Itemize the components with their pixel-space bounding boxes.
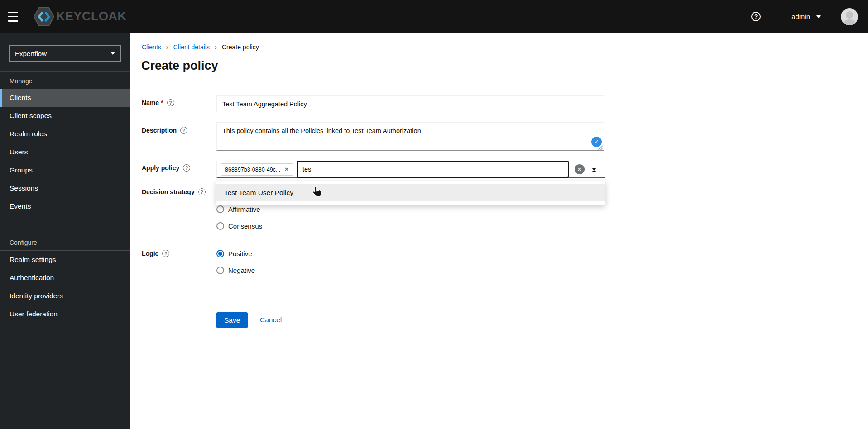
radio-affirmative[interactable]: Affirmative — [216, 205, 260, 213]
apply-policy-multiselect: 868897b3-0880-49c... ✕ tes ✕ — [216, 161, 605, 178]
logic-label-row: Logic ? — [142, 250, 169, 257]
nav-group-configure: Configure Realm settings Authentication … — [0, 234, 130, 323]
sidebar-item-authentication[interactable]: Authentication — [0, 269, 130, 287]
name-label: Name — [142, 99, 159, 106]
apply-policy-label-row: Apply policy ? — [142, 164, 190, 172]
text-cursor — [312, 165, 312, 174]
name-help-icon[interactable]: ? — [167, 99, 174, 106]
sidebar: Expertflow Manage Clients Client scopes … — [0, 33, 130, 429]
chevron-right-icon: › — [215, 43, 217, 51]
policy-chip: 868897b3-0880-49c... ✕ — [221, 163, 293, 176]
breadcrumb-clients[interactable]: Clients — [142, 43, 161, 51]
realm-name: Expertflow — [15, 50, 47, 57]
description-textarea[interactable]: This policy contains all the Policies li… — [216, 122, 604, 151]
nav-group-manage: Manage Clients Client scopes Realm roles… — [0, 72, 130, 215]
keycloak-hexagon-icon — [34, 7, 54, 26]
avatar-body-icon — [843, 19, 856, 25]
decision-strategy-label: Decision strategy — [142, 188, 195, 195]
apply-policy-dropdown-menu: Test Team User Policy — [216, 181, 605, 205]
create-policy-form: Name * ? Test Team Aggregated Policy Des… — [130, 84, 868, 429]
chip-remove-icon[interactable]: ✕ — [284, 167, 288, 172]
name-input[interactable]: Test Team Aggregated Policy — [216, 95, 604, 112]
radio-positive[interactable]: Positive — [216, 250, 252, 257]
sidebar-item-users[interactable]: Users — [0, 143, 130, 161]
chevron-down-icon — [110, 52, 115, 55]
cancel-link[interactable]: Cancel — [260, 316, 282, 324]
sidebar-item-realm-roles[interactable]: Realm roles — [0, 125, 130, 143]
sidebar-item-realm-settings[interactable]: Realm settings — [0, 251, 130, 269]
apply-policy-search-input[interactable]: tes — [297, 161, 569, 178]
page-header: Clients › Client details › Create policy… — [130, 33, 868, 84]
sidebar-item-events[interactable]: Events — [0, 197, 130, 215]
sidebar-nav: Manage Clients Client scopes Realm roles… — [0, 72, 130, 323]
apply-policy-help-icon[interactable]: ? — [183, 164, 190, 172]
breadcrumb-client-details[interactable]: Client details — [173, 43, 210, 51]
keycloak-logo[interactable]: KEYCLOAK — [34, 7, 127, 26]
sidebar-item-sessions[interactable]: Sessions — [0, 179, 130, 197]
radio-negative[interactable]: Negative — [216, 267, 255, 274]
decision-strategy-help-icon[interactable]: ? — [198, 188, 206, 195]
radio-consensus[interactable]: Consensus — [216, 222, 262, 230]
radio-circle-icon[interactable] — [216, 205, 224, 213]
chevron-right-icon: › — [166, 43, 168, 51]
help-icon[interactable]: ? — [751, 12, 761, 21]
sidebar-item-user-federation[interactable]: User federation — [0, 305, 130, 323]
description-help-icon[interactable]: ? — [180, 127, 187, 134]
page-title: Create policy — [141, 59, 218, 73]
name-label-row: Name * ? — [142, 99, 174, 106]
description-label: Description — [142, 127, 177, 134]
username: admin — [791, 13, 810, 20]
mouse-cursor-icon — [312, 186, 322, 198]
chevron-down-icon — [816, 15, 821, 18]
decision-strategy-label-row: Decision strategy ? — [142, 188, 206, 195]
main-content: Clients › Client details › Create policy… — [130, 33, 868, 429]
dropdown-toggle-icon[interactable] — [592, 168, 596, 172]
radio-circle-checked-icon[interactable] — [216, 250, 224, 257]
sidebar-item-client-scopes[interactable]: Client scopes — [0, 107, 130, 125]
nav-group-title: Manage — [0, 77, 130, 89]
logic-label: Logic — [142, 250, 158, 257]
policy-chip-label: 868897b3-0880-49c... — [225, 167, 280, 173]
sidebar-item-groups[interactable]: Groups — [0, 161, 130, 179]
description-label-row: Description ? — [142, 127, 187, 134]
brand-text: KEYCLOAK — [56, 10, 127, 24]
top-bar: KEYCLOAK ? admin — [0, 0, 868, 33]
resize-handle-icon[interactable] — [597, 145, 603, 151]
user-menu[interactable]: admin — [791, 13, 821, 20]
save-button[interactable]: Save — [216, 312, 248, 328]
breadcrumb-current: Create policy — [222, 43, 259, 51]
hamburger-menu-icon[interactable] — [8, 12, 21, 22]
realm-selector-section: Expertflow — [0, 33, 130, 72]
dropdown-option[interactable]: Test Team User Policy — [216, 184, 605, 201]
avatar[interactable] — [841, 8, 858, 25]
radio-circle-icon[interactable] — [216, 267, 224, 274]
typed-text: tes — [302, 166, 311, 173]
apply-policy-label: Apply policy — [142, 164, 179, 172]
nav-group-title: Configure — [0, 239, 130, 251]
breadcrumb: Clients › Client details › Create policy — [142, 43, 259, 51]
clear-selection-icon[interactable]: ✕ — [575, 164, 585, 174]
sidebar-item-clients[interactable]: Clients — [0, 89, 130, 107]
realm-selector[interactable]: Expertflow — [9, 45, 121, 62]
avatar-head-icon — [846, 11, 853, 19]
sidebar-item-identity-providers[interactable]: Identity providers — [0, 287, 130, 305]
required-marker: * — [161, 99, 163, 106]
logic-help-icon[interactable]: ? — [162, 250, 169, 257]
radio-circle-icon[interactable] — [216, 222, 224, 230]
